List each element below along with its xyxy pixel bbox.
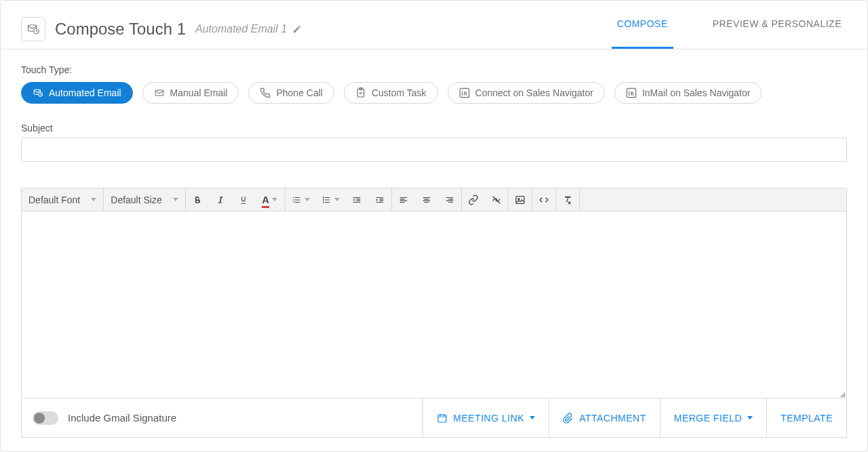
underline-button[interactable]: [232, 189, 255, 211]
clear-formatting-button[interactable]: [556, 189, 579, 211]
insert-link-button[interactable]: [462, 189, 485, 211]
chevron-down-icon: [530, 416, 535, 419]
outdent-button[interactable]: [345, 189, 368, 211]
subject-label: Subject: [21, 123, 847, 133]
ordered-list-button[interactable]: [285, 189, 315, 211]
option-label: Custom Task: [372, 87, 427, 98]
tab-compose[interactable]: COMPOSE: [612, 18, 673, 49]
page-title: Compose Touch 1: [55, 20, 186, 39]
editor-toolbar: Default Font Default Size: [22, 188, 846, 211]
indent-button[interactable]: [368, 189, 391, 211]
font-family-select[interactable]: Default Font: [22, 194, 103, 205]
mail-clock-icon: [33, 88, 43, 98]
subject-input[interactable]: [21, 138, 847, 162]
rich-text-editor: Default Font Default Size: [21, 188, 847, 398]
unordered-list-button[interactable]: [315, 189, 345, 211]
template-label: TEMPLATE: [781, 413, 833, 424]
option-manual-email[interactable]: Manual Email: [142, 82, 239, 104]
svg-point-11: [323, 201, 324, 203]
text-color-button[interactable]: A: [255, 189, 285, 211]
option-inmail-sales-navigator[interactable]: InMail on Sales Navigator: [614, 82, 762, 104]
mail-clock-icon: [26, 23, 40, 35]
align-left-button[interactable]: [392, 189, 415, 211]
align-center-button[interactable]: [415, 189, 438, 211]
clipboard-icon: [355, 87, 366, 98]
chevron-down-icon: [334, 198, 340, 201]
option-automated-email[interactable]: Automated Email: [21, 82, 133, 104]
merge-field-label: MERGE FIELD: [674, 413, 742, 424]
body: Touch Type: Automated Email Manual Email…: [1, 49, 867, 452]
option-label: InMail on Sales Navigator: [642, 87, 751, 98]
option-connect-sales-navigator[interactable]: Connect on Sales Navigator: [448, 82, 605, 104]
attachment-button[interactable]: ATTACHMENT: [549, 398, 660, 437]
option-phone-call[interactable]: Phone Call: [248, 82, 334, 104]
tab-preview-personalize[interactable]: PREVIEW & PERSONALIZE: [707, 18, 847, 49]
chevron-down-icon: [272, 198, 277, 201]
template-button[interactable]: TEMPLATE: [766, 398, 846, 437]
calendar-icon: [437, 413, 448, 424]
editor-footer: Include Gmail Signature MEETING LINK ATT…: [21, 398, 847, 438]
attachment-icon: [563, 413, 574, 424]
edit-icon[interactable]: [292, 24, 302, 34]
svg-rect-14: [438, 415, 446, 422]
chevron-down-icon: [173, 198, 178, 201]
chevron-down-icon: [747, 416, 753, 419]
subtitle-text: Automated Email 1: [195, 23, 287, 35]
gmail-signature-toggle[interactable]: [33, 411, 58, 425]
font-size-select[interactable]: Default Size: [104, 194, 184, 205]
svg-point-9: [323, 197, 324, 198]
meeting-link-label: MEETING LINK: [453, 413, 524, 424]
italic-button[interactable]: [209, 189, 232, 211]
mail-icon: [154, 88, 165, 98]
header: Compose Touch 1 Automated Email 1 COMPOS…: [1, 1, 867, 49]
touch-type-label: Touch Type:: [21, 64, 847, 75]
gmail-signature-label: Include Gmail Signature: [68, 412, 176, 424]
toggle-knob: [34, 413, 45, 424]
font-family-label: Default Font: [28, 194, 80, 205]
option-label: Phone Call: [276, 87, 323, 98]
resize-grip-icon: ◢: [840, 391, 845, 396]
attachment-label: ATTACHMENT: [579, 413, 646, 424]
option-label: Automated Email: [49, 87, 121, 98]
svg-point-13: [518, 198, 519, 199]
header-tabs: COMPOSE PREVIEW & PERSONALIZE: [612, 9, 847, 49]
svg-point-10: [323, 199, 324, 200]
font-size-label: Default Size: [111, 194, 161, 205]
bold-button[interactable]: [186, 189, 209, 211]
touch-type-options: Automated Email Manual Email Phone Call …: [21, 82, 847, 104]
remove-link-button[interactable]: [485, 189, 508, 211]
align-right-button[interactable]: [438, 189, 461, 211]
linkedin-icon: [626, 87, 637, 98]
footer-left: Include Gmail Signature: [22, 398, 422, 437]
code-view-button[interactable]: [532, 189, 555, 211]
editor-body[interactable]: ◢: [22, 211, 846, 398]
page-subtitle: Automated Email 1: [195, 23, 302, 35]
merge-field-button[interactable]: MERGE FIELD: [660, 398, 766, 437]
option-label: Connect on Sales Navigator: [475, 87, 593, 98]
linkedin-icon: [459, 87, 470, 98]
option-custom-task[interactable]: Custom Task: [344, 82, 438, 104]
chevron-down-icon: [91, 198, 96, 201]
chevron-down-icon: [304, 198, 310, 201]
touch-icon-box: [21, 17, 45, 41]
header-left: Compose Touch 1 Automated Email 1: [21, 17, 302, 41]
phone-icon: [260, 87, 271, 98]
compose-touch-panel: Compose Touch 1 Automated Email 1 COMPOS…: [0, 0, 868, 452]
option-label: Manual Email: [170, 87, 228, 98]
meeting-link-button[interactable]: MEETING LINK: [422, 398, 549, 437]
insert-image-button[interactable]: [509, 189, 532, 211]
